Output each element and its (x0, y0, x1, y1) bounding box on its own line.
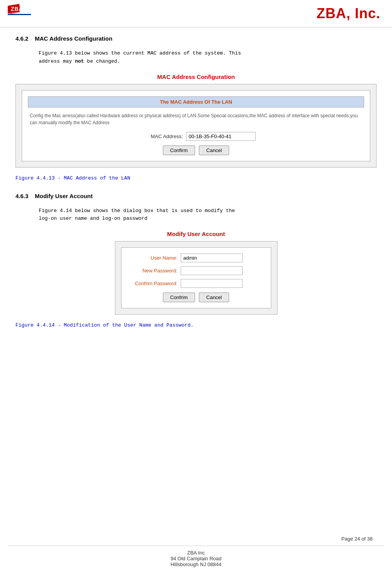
zba-logo-icon: ZBA (8, 4, 39, 23)
section-463-body: Figure 4.14 below shows the dialog box t… (39, 207, 377, 223)
figure-463-title: Modify User Account (15, 231, 377, 237)
confrim-password-row: Confrim Password: (127, 279, 265, 288)
figure-462-container: MAC Address Configuration The MAC Addres… (15, 74, 377, 168)
company-title: ZBA, Inc. (317, 5, 380, 22)
figure-462-caption: Figure 4.4.13 - MAC Address of the LAN (15, 175, 377, 181)
mac-panel-header: The MAC Address Of The LAN (28, 96, 364, 108)
mac-cancel-button[interactable]: Cancel (199, 145, 229, 155)
figure-462-title: MAC Address Configuration (15, 74, 377, 80)
username-input[interactable] (181, 253, 243, 262)
mac-address-input[interactable] (186, 132, 256, 141)
svg-rect-3 (8, 14, 31, 15)
page-header: ZBA ZBA, Inc. (0, 0, 392, 27)
footer-company: ZBA Inc (8, 550, 384, 556)
modify-user-inner: User Name: New Password: Confrim Passwor… (121, 247, 271, 308)
mac-address-row: MAC Address: (28, 132, 364, 141)
new-password-input[interactable] (181, 266, 243, 275)
new-password-label: New Password: (127, 268, 178, 274)
mac-confirm-button[interactable]: Confirm (163, 145, 195, 155)
new-password-row: New Password: (127, 266, 265, 275)
mac-address-inner: The MAC Address Of The LAN Config the Ma… (22, 90, 370, 161)
footer-address1: 94 Old Camplain Road (8, 556, 384, 561)
user-button-row: Confrim Cancel (127, 293, 265, 302)
mac-button-row: Confirm Cancel (28, 145, 364, 155)
page-footer: Page 24 of 38 ZBA Inc 94 Old Camplain Ro… (0, 528, 392, 575)
main-content: 4.6.2 MAC Address Configuration Figure 4… (0, 27, 392, 347)
section-462-body: Figure 4.13 below shows the current MAC … (39, 50, 377, 66)
section-462-heading: 4.6.2 MAC Address Configuration (15, 35, 377, 42)
footer-divider (8, 546, 384, 546)
confrim-password-label: Confrim Password: (127, 281, 178, 286)
mac-address-panel: The MAC Address Of The LAN Config the Ma… (15, 84, 377, 168)
user-cancel-button[interactable]: Cancel (199, 293, 229, 302)
modify-user-panel: User Name: New Password: Confrim Passwor… (115, 241, 277, 315)
figure-463-container: Modify User Account User Name: New Passw… (15, 231, 377, 315)
footer-address2: Hillsborough NJ 08844 (8, 561, 384, 567)
section-462: 4.6.2 MAC Address Configuration Figure 4… (15, 35, 377, 181)
mac-address-label: MAC Address: (137, 133, 183, 139)
user-confrim-button[interactable]: Confrim (163, 293, 195, 302)
svg-text:ZBA: ZBA (11, 6, 23, 12)
confrim-password-input[interactable] (181, 279, 243, 288)
section-463-heading: 4.6.3 Modify User Account (15, 193, 377, 199)
logo-area: ZBA (8, 4, 39, 23)
mac-panel-description: Config the Mac arress(also called Hardwa… (28, 112, 364, 126)
username-row: User Name: (127, 253, 265, 262)
figure-463-caption: Figure 4.4.14 - Modification of the User… (15, 322, 377, 328)
section-463: 4.6.3 Modify User Account Figure 4.14 be… (15, 193, 377, 329)
page-number: Page 24 of 38 (8, 536, 384, 542)
username-label: User Name: (127, 255, 178, 261)
